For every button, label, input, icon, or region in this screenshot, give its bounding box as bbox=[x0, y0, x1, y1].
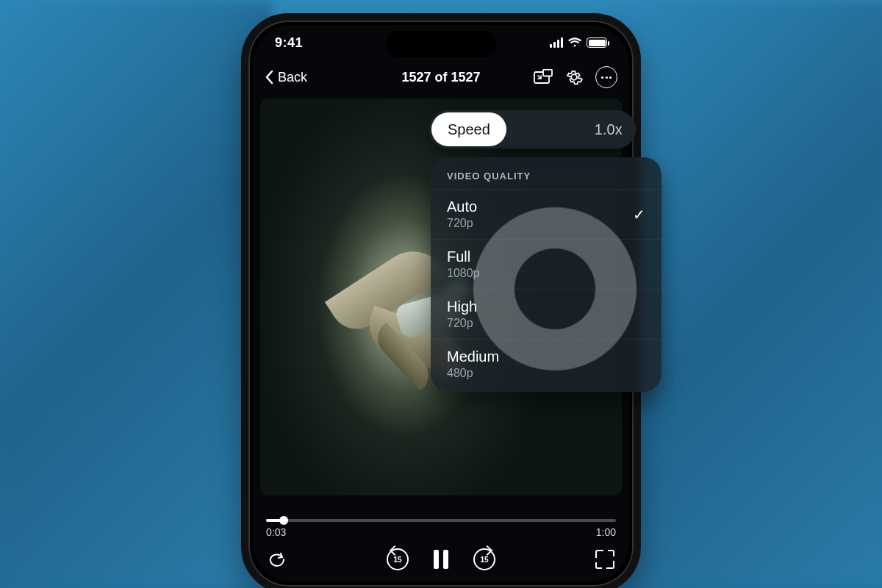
skip-forward-15-button[interactable]: 15 bbox=[473, 548, 495, 570]
quality-option-name: High bbox=[447, 298, 477, 315]
nav-bar: Back 1527 of 1527 bbox=[253, 60, 629, 94]
skip-back-label: 15 bbox=[393, 556, 401, 564]
wifi-icon bbox=[568, 37, 581, 48]
back-button[interactable]: Back bbox=[265, 70, 307, 85]
more-button[interactable] bbox=[595, 66, 617, 88]
cellular-icon bbox=[550, 37, 563, 48]
quality-option-name: Medium bbox=[447, 348, 499, 365]
dynamic-island bbox=[386, 31, 496, 57]
status-icons bbox=[550, 37, 607, 48]
battery-icon bbox=[587, 37, 607, 48]
speed-value: 1.0x bbox=[595, 121, 623, 138]
more-icon bbox=[601, 76, 603, 79]
speed-control[interactable]: Speed 1.0x bbox=[429, 110, 636, 148]
quality-option-sub: 480p bbox=[447, 367, 499, 380]
skip-back-15-button[interactable]: 15 bbox=[387, 548, 409, 570]
video-quality-header: VIDEO QUALITY bbox=[431, 169, 662, 189]
gear-icon bbox=[564, 68, 584, 87]
speed-label-chip[interactable]: Speed bbox=[431, 112, 506, 146]
quality-option-name: Full bbox=[447, 248, 480, 265]
back-label: Back bbox=[278, 70, 307, 85]
quality-option-auto[interactable]: Auto 720p ✓ bbox=[431, 189, 662, 239]
fullscreen-button[interactable] bbox=[595, 550, 614, 569]
pause-icon bbox=[434, 550, 439, 569]
video-quality-menu: VIDEO QUALITY Auto 720p ✓ Full 1080p Hig… bbox=[431, 157, 662, 392]
quality-option-full[interactable]: Full 1080p bbox=[431, 239, 662, 289]
settings-button[interactable] bbox=[564, 68, 584, 87]
chevron-left-icon bbox=[265, 70, 273, 85]
quality-option-sub: 720p bbox=[447, 217, 477, 230]
progress-bar[interactable] bbox=[266, 519, 616, 522]
page-title: 1527 of 1527 bbox=[401, 70, 480, 85]
playback-controls: 0:03 1:00 15 bbox=[266, 519, 616, 570]
checkmark-icon: ✓ bbox=[633, 206, 645, 223]
background: 9:41 Back 1527 of 1527 bbox=[0, 0, 882, 588]
quality-option-high[interactable]: High 720p bbox=[431, 289, 662, 339]
elapsed-time: 0:03 bbox=[266, 526, 286, 538]
pip-icon bbox=[534, 69, 553, 85]
progress-thumb[interactable] bbox=[279, 516, 288, 525]
quality-option-name: Auto bbox=[447, 198, 477, 215]
share-button[interactable] bbox=[268, 550, 287, 569]
fullscreen-icon bbox=[608, 550, 614, 556]
quality-option-sub: 720p bbox=[447, 317, 477, 330]
background-blur-left bbox=[0, 0, 272, 588]
share-icon bbox=[268, 550, 287, 569]
pause-button[interactable] bbox=[434, 550, 448, 569]
total-time: 1:00 bbox=[596, 526, 616, 538]
svg-rect-1 bbox=[543, 70, 552, 76]
status-time: 9:41 bbox=[275, 35, 303, 51]
skip-forward-label: 15 bbox=[480, 556, 488, 564]
picture-in-picture-button[interactable] bbox=[534, 68, 553, 87]
quality-option-medium[interactable]: Medium 480p bbox=[431, 339, 662, 389]
quality-option-sub: 1080p bbox=[447, 267, 480, 280]
